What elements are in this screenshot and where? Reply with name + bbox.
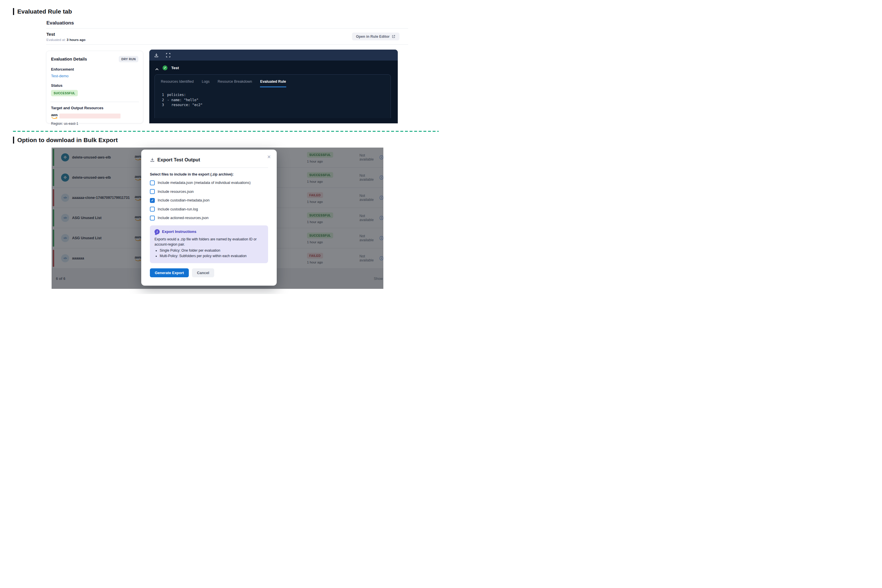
external-link-icon bbox=[392, 34, 396, 38]
fullscreen-icon[interactable] bbox=[166, 53, 171, 58]
export-file-checkbox-row[interactable]: Include custodian-run.log bbox=[150, 207, 268, 212]
divider bbox=[46, 28, 408, 28]
viewer-tabs: Resources IdentifiedLogsResource Breakdo… bbox=[160, 78, 385, 87]
tab-logs[interactable]: Logs bbox=[201, 78, 210, 87]
info-bubble-icon: i bbox=[154, 229, 160, 234]
export-file-checkbox-row[interactable]: ✓ Include custodian-metadata.json bbox=[150, 198, 268, 203]
export-instructions-title: Export Instructions bbox=[162, 230, 196, 234]
export-file-checkbox-row[interactable]: Include actioned-resources.json bbox=[150, 216, 268, 220]
generate-export-button[interactable]: Generate Export bbox=[150, 268, 189, 277]
redacted-resource-text bbox=[59, 114, 120, 118]
instruction-bullet: Multi-Policy: Subfolders per policy with… bbox=[160, 254, 264, 259]
section-title-evaluated-rule: Evaluated Rule tab bbox=[13, 8, 72, 15]
checkbox-label: Include custodian-run.log bbox=[158, 207, 198, 211]
dry-run-badge: DRY RUN bbox=[119, 56, 138, 62]
tab-evaluated-rule[interactable]: Evaluated Rule bbox=[260, 78, 286, 87]
open-in-rule-editor-button[interactable]: Open in Rule Editor bbox=[352, 33, 399, 40]
select-files-label: Select files to include in the export (.… bbox=[150, 172, 268, 176]
evaluated-at-label: Evaluated at: bbox=[46, 38, 66, 42]
evaluations-heading: Evaluations bbox=[46, 20, 74, 26]
region-text: Region: us-east-1 bbox=[51, 122, 138, 126]
export-instructions-box: i Export Instructions Exports would a .z… bbox=[150, 225, 268, 264]
divider bbox=[46, 44, 408, 45]
checkbox[interactable]: ✓ bbox=[150, 198, 155, 203]
evaluated-at: Evaluated at: 3 hours ago bbox=[46, 38, 86, 42]
download-icon[interactable] bbox=[154, 53, 159, 58]
download-icon bbox=[150, 158, 155, 162]
checkbox[interactable] bbox=[150, 207, 155, 212]
viewer-node-title: Test bbox=[171, 66, 179, 70]
card-divider bbox=[51, 102, 139, 102]
tab-resources-identified[interactable]: Resources Identified bbox=[160, 78, 194, 87]
instruction-bullet: Single Policy: One folder per evaluation bbox=[160, 248, 264, 254]
export-instructions-body: Exports would a .zip file with folders a… bbox=[154, 237, 264, 247]
checkbox[interactable] bbox=[150, 180, 155, 185]
card-title: Evaluation Details bbox=[51, 57, 87, 62]
viewer-toolbar bbox=[149, 50, 398, 60]
export-file-checkbox-row[interactable]: Include metadata.json (metadata of indiv… bbox=[150, 180, 268, 185]
cancel-button[interactable]: Cancel bbox=[192, 268, 214, 277]
section-separator bbox=[13, 131, 439, 132]
close-icon[interactable]: ✕ bbox=[267, 154, 271, 160]
code-line: 1policies: bbox=[160, 93, 385, 98]
modal-title: Export Test Output bbox=[158, 157, 200, 163]
checkbox-label: Include actioned-resources.json bbox=[158, 216, 208, 220]
checkbox-label: Include resources.json bbox=[158, 190, 194, 194]
checkbox[interactable] bbox=[150, 189, 155, 194]
checkbox[interactable] bbox=[150, 216, 155, 220]
rule-tabs-box: Resources IdentifiedLogsResource Breakdo… bbox=[154, 74, 391, 118]
export-modal: ✕ Export Test Output Select files to inc… bbox=[141, 150, 277, 286]
evaluation-details-card: Evaluation Details DRY RUN Enforcement T… bbox=[46, 51, 143, 123]
evaluation-name: Test bbox=[46, 32, 55, 37]
export-instructions-bullets: Single Policy: One folder per evaluation… bbox=[160, 248, 264, 259]
section-title-bulk-export: Option to download in Bulk Export bbox=[13, 136, 118, 144]
enforcement-link[interactable]: Test-demo bbox=[51, 74, 69, 78]
evaluated-at-value: 3 hours ago bbox=[67, 38, 86, 42]
target-resources-label: Target and Output Resources bbox=[51, 106, 138, 110]
open-in-rule-editor-label: Open in Rule Editor bbox=[356, 34, 390, 39]
status-successful-badge: SUCCESSFUL bbox=[51, 90, 78, 96]
rule-code-block: 1policies:2- name: "hello"3 resource: "e… bbox=[160, 93, 385, 108]
collapse-chevron-icon[interactable] bbox=[155, 67, 159, 69]
success-check-icon: ✓ bbox=[163, 65, 168, 70]
code-line: 3 resource: "ec2" bbox=[160, 103, 385, 108]
status-label: Status bbox=[51, 83, 138, 88]
enforcement-label: Enforcement bbox=[51, 67, 138, 72]
rule-viewer-panel: ✓ Test Resources IdentifiedLogsResource … bbox=[149, 50, 398, 123]
checkbox-label: Include custodian-metadata.json bbox=[158, 198, 210, 202]
export-file-checkbox-row[interactable]: Include resources.json bbox=[150, 189, 268, 194]
aws-logo: aws bbox=[51, 113, 58, 119]
tab-resource-breakdown[interactable]: Resource Breakdown bbox=[218, 78, 252, 87]
code-line: 2- name: "hello" bbox=[160, 98, 385, 103]
checkbox-label: Include metadata.json (metadata of indiv… bbox=[158, 181, 250, 185]
